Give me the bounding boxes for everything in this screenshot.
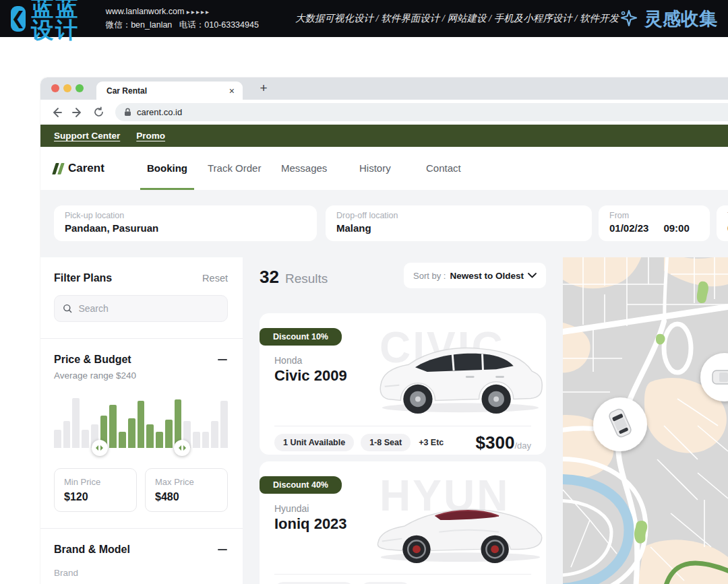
car-model: Civic 2009: [274, 367, 347, 385]
histogram-bar: [202, 432, 210, 448]
site-topbar: Support Center Promo: [40, 125, 728, 147]
card-divider: [274, 426, 531, 426]
carent-logo[interactable]: Carent: [54, 147, 104, 190]
dropoff-label: Drop-off location: [336, 211, 581, 220]
filter-sidebar: Filter Plans Reset Price & Budget: [40, 257, 243, 584]
banner-website: www.lanlanwork.com: [106, 7, 185, 16]
minus-icon: [217, 354, 228, 365]
filter-search-box[interactable]: [54, 295, 228, 322]
etc-label[interactable]: +3 Etc: [419, 438, 444, 447]
url-bar[interactable]: carent.co.id: [115, 103, 728, 121]
to-datetime-field[interactable]: T 0: [717, 205, 728, 241]
promo-banner: ❮ 蓝蓝设计 www.lanlanwork.com ▸▸▸▸▸ 微信：ben_l…: [0, 0, 728, 37]
topbar-link-support-center[interactable]: Support Center: [54, 131, 120, 141]
brand-section-title: Brand & Model: [54, 544, 130, 556]
seats-pill: 1-8 Seat: [361, 434, 411, 451]
from-datetime-field[interactable]: From 01/02/23 09:00: [599, 205, 710, 241]
car-image-civic: [373, 331, 545, 420]
reload-button[interactable]: [90, 104, 107, 121]
car-brand: Hyundai: [274, 503, 309, 514]
results-count-label: Results: [285, 271, 328, 286]
lanlan-logo: ❮ 蓝蓝设计: [11, 0, 88, 41]
sort-value: Newest to Oldest: [450, 271, 524, 281]
browser-window: Car Rental × + carent.co.id Support Cent…: [40, 77, 728, 584]
dropoff-value: Malang: [336, 222, 581, 234]
sort-prefix: Sort by :: [413, 271, 446, 281]
max-price-field[interactable]: Max Price $480: [145, 468, 228, 512]
dropoff-location-field[interactable]: Drop-off location Malang: [326, 205, 592, 241]
lock-icon: [124, 108, 131, 117]
forward-button[interactable]: [69, 104, 86, 121]
range-slider-handle-right[interactable]: [174, 440, 190, 456]
map-panel[interactable]: [563, 257, 728, 584]
min-price-value: $120: [64, 491, 127, 503]
reload-icon: [93, 106, 104, 118]
browser-tabbar: Car Rental × +: [40, 77, 728, 100]
car-card-civic[interactable]: CIVIC Discount 10% Honda Civic 2009: [260, 313, 546, 455]
price-per: /day: [514, 441, 531, 451]
histogram-bar: [82, 430, 89, 448]
pickup-label: Pick-up location: [65, 211, 306, 220]
price-histogram: [54, 394, 228, 448]
filter-header-section: Filter Plans Reset: [40, 257, 243, 338]
histogram-bar: [146, 424, 154, 448]
new-tab-button[interactable]: +: [255, 79, 272, 97]
histogram-bar: [138, 401, 145, 448]
histogram-bar: [63, 421, 71, 448]
units-pill: 1 Unit Available: [274, 434, 354, 451]
banner-arrows: ▸▸▸▸▸: [187, 8, 210, 15]
max-price-value: $480: [155, 491, 218, 503]
back-button[interactable]: [49, 104, 65, 121]
browser-tab[interactable]: Car Rental ×: [96, 82, 243, 100]
tab-close-icon[interactable]: ×: [229, 86, 235, 96]
collect-link[interactable]: 灵感收集: [619, 7, 717, 31]
sparkle-star-icon: [619, 9, 639, 29]
banner-services: 大数据可视化设计 / 软件界面设计 / 网站建设 / 手机及小程序设计 / 软件…: [295, 12, 619, 25]
reset-button[interactable]: Reset: [202, 273, 228, 284]
nav-item-booking[interactable]: Booking: [147, 147, 187, 190]
tab-title: Car Rental: [107, 86, 229, 96]
nav-item-contact[interactable]: Contact: [426, 147, 461, 190]
histogram-bar: [109, 405, 117, 448]
topbar-link-promo[interactable]: Promo: [136, 131, 165, 141]
filter-title: Filter Plans: [54, 272, 112, 284]
page-content: Pick-up location Pandaan, Pasuruan Drop-…: [40, 190, 728, 584]
nav-item-history[interactable]: History: [359, 147, 391, 190]
from-date: 01/02/23: [609, 222, 648, 234]
search-icon: [63, 303, 72, 314]
site-nav: Carent Booking Track Order Messages Hist…: [40, 147, 728, 190]
search-input[interactable]: [78, 303, 219, 314]
collect-label: 灵感收集: [644, 7, 717, 31]
forward-arrow-icon: [71, 106, 84, 119]
price-value: $540: [476, 581, 515, 584]
histogram-bar: [54, 430, 61, 448]
close-window-button[interactable]: [51, 84, 59, 92]
histogram-bar: [72, 398, 80, 448]
from-time: 09:00: [663, 222, 689, 234]
collapse-brand-button[interactable]: [217, 544, 228, 555]
nav-item-track-order[interactable]: Track Order: [208, 147, 261, 190]
minimize-window-button[interactable]: [63, 84, 71, 92]
price-value: $300: [476, 432, 515, 453]
histogram-bar: [193, 432, 200, 448]
min-price-label: Min Price: [64, 477, 127, 487]
banner-phone: 电话：010-63334945: [179, 20, 259, 30]
car-image-ioniq: [373, 479, 545, 568]
car-card-ioniq[interactable]: HYUN Discount 40% Hyundai Ioniq 2023 1 U…: [260, 461, 546, 584]
pickup-location-field[interactable]: Pick-up location Pandaan, Pasuruan: [54, 205, 317, 241]
histogram-bar: [220, 401, 228, 448]
zoom-window-button[interactable]: [75, 84, 84, 92]
map-image: [563, 257, 728, 584]
collapse-price-button[interactable]: [217, 354, 228, 365]
nav-item-messages[interactable]: Messages: [281, 147, 327, 190]
lanlan-logo-icon: ❮: [11, 6, 26, 32]
slider-arrows-icon: [96, 445, 103, 451]
card-divider: [274, 574, 531, 575]
url-text: carent.co.id: [137, 107, 182, 117]
range-slider-handle-left[interactable]: [92, 440, 108, 456]
min-price-field[interactable]: Min Price $120: [54, 468, 137, 512]
discount-badge: Discount 10%: [260, 328, 342, 346]
banner-wechat: 微信：ben_lanlan: [106, 20, 173, 30]
results-panel: 32 Results Sort by : Newest to Oldest CI…: [260, 257, 546, 584]
sort-dropdown[interactable]: Sort by : Newest to Oldest: [404, 263, 546, 288]
